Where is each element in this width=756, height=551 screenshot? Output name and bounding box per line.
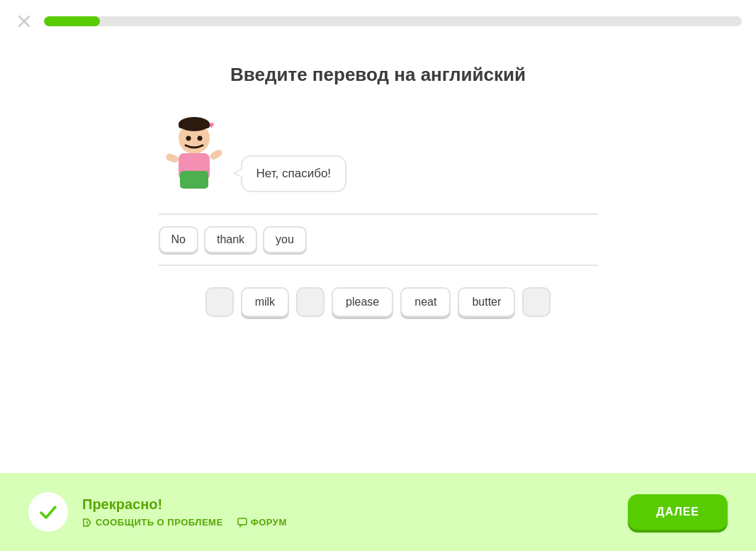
feedback-bar: Прекрасно! СООБЩИТЬ О ПРОБЛЕМЕ ФОРУМ ДАЛ… [0,473,756,551]
svg-rect-10 [164,152,179,164]
word-bank-token-milk[interactable]: milk [241,287,289,317]
report-problem-link[interactable]: СООБЩИТЬ О ПРОБЛЕМЕ [82,517,223,528]
forum-link[interactable]: ФОРУМ [237,517,287,528]
word-bank-token-butter[interactable]: butter [458,287,515,317]
svg-rect-14 [238,518,247,525]
speech-bubble-text: Нет, спасибо! [256,167,332,180]
check-circle [28,492,68,532]
word-bank: milk please neat butter [159,287,598,317]
svg-point-7 [197,136,202,141]
word-bank-token-neat[interactable]: neat [400,287,451,317]
next-button[interactable]: ДАЛЕЕ [628,494,728,530]
top-bar [0,0,756,43]
word-bank-token-3 [296,287,325,317]
answer-token-you[interactable]: you [263,226,307,253]
progress-bar-fill [44,16,100,26]
svg-rect-9 [180,171,208,189]
main-content: Введите перевод на английский ♥ [0,43,756,331]
feedback-links: СООБЩИТЬ О ПРОБЛЕМЕ ФОРУМ [82,517,614,528]
svg-rect-5 [179,123,210,128]
close-button[interactable] [14,11,34,31]
page-title: Введите перевод на английский [230,64,526,86]
answer-section: No thank you [159,213,598,266]
word-bank-token-please[interactable]: please [332,287,393,317]
report-problem-text: СООБЩИТЬ О ПРОБЛЕМЕ [96,517,223,528]
speech-bubble: Нет, спасибо! [241,155,347,192]
feedback-title: Прекрасно! [82,496,614,513]
forum-text: ФОРУМ [251,517,287,528]
character-area: ♥ Нет, спасибо! [159,114,598,192]
svg-rect-11 [208,148,223,161]
word-bank-token-7 [522,287,551,317]
character-figure: ♥ [159,114,230,192]
word-bank-token-1 [205,287,234,317]
answer-token-no[interactable]: No [159,226,198,253]
answer-token-thank[interactable]: thank [204,226,257,253]
svg-point-6 [186,136,191,141]
progress-bar [44,16,742,26]
svg-point-13 [86,524,88,525]
feedback-text-area: Прекрасно! СООБЩИТЬ О ПРОБЛЕМЕ ФОРУМ [82,496,614,528]
